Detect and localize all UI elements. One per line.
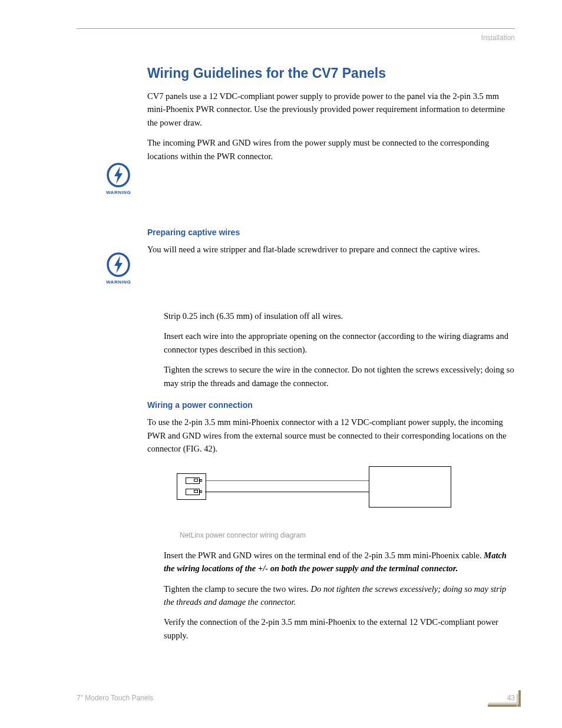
step-text: Tighten the clamp to secure the two wire… [164,582,515,609]
subheading-wiring-power: Wiring a power connection [147,400,515,410]
section-header: Installation [77,34,515,42]
step-text: Verify the connection of the 2-pin 3.5 m… [164,615,515,642]
body-text: To use the 2-pin 3.5 mm mini-Phoenix con… [147,416,515,455]
figure-caption: NetLinx power connector wiring diagram [180,531,515,539]
wiring-diagram-figure [177,466,515,513]
warning-icon: WARNING [106,163,131,195]
page-corner-decoration [516,690,521,707]
warning-icon: WARNING [106,252,131,285]
step-text: Insert the PWR and GND wires on the term… [164,549,515,575]
footer-doc-title: 7" Modero Touch Panels [77,694,153,702]
page-number: 43 [507,694,515,702]
body-text: The incoming PWR and GND wires from the … [147,136,515,163]
step-text: Tighten the screws to secure the wire in… [164,363,515,390]
body-text: CV7 panels use a 12 VDC-compliant power … [147,90,515,129]
page-title: Wiring Guidelines for the CV7 Panels [147,65,515,81]
step-text: Strip 0.25 inch (6.35 mm) of insulation … [164,309,515,322]
body-text: You will need a wire stripper and flat-b… [147,243,515,256]
subheading-preparing: Preparing captive wires [147,228,515,237]
step-text: Insert each wire into the appropriate op… [164,330,515,356]
